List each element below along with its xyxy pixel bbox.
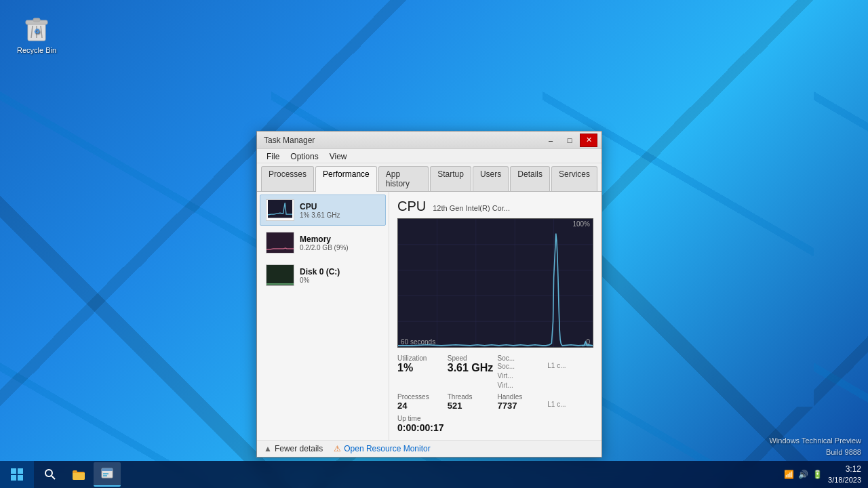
tab-startup[interactable]: Startup [430, 166, 471, 191]
memory-thumbnail [266, 232, 294, 253]
memory-subtext: 0.2/2.0 GB (9%) [300, 244, 380, 251]
close-button[interactable]: ✕ [580, 134, 597, 147]
graph-y-max: 100% [572, 220, 590, 228]
tab-services[interactable]: Services [551, 166, 597, 191]
system-clock[interactable]: 3:12 3/18/2023 [828, 464, 861, 485]
memory-info: Memory 0.2/2.0 GB (9%) [300, 235, 380, 251]
uptime-label: Up time [397, 415, 593, 422]
minimize-button[interactable]: – [542, 134, 559, 147]
tray-icons: 📶 🔊 🔋 [784, 470, 823, 479]
folder-icon [72, 468, 85, 481]
content-area: CPU 1% 3.61 GHz Memory 0.2/2.0 GB (9 [257, 192, 601, 440]
cpu-thumbnail [266, 199, 294, 221]
file-menu[interactable]: File [261, 150, 285, 163]
svg-rect-10 [267, 265, 294, 285]
desktop: ♻ Recycle Bin Windows Technical Preview … [0, 0, 868, 488]
svg-rect-11 [398, 219, 593, 347]
uptime-value: 0:00:00:17 [397, 422, 593, 433]
titlebar: Task Manager – □ ✕ [257, 131, 601, 149]
volume-icon[interactable]: 🔊 [798, 470, 808, 479]
task-manager-window: Task Manager – □ ✕ File Options View Pro… [256, 131, 602, 458]
disk-subtext: 0% [300, 277, 380, 284]
cpu-graph-svg [398, 219, 593, 347]
chevron-up-icon: ▲ [264, 444, 272, 453]
cpu-header-model: 12th Gen Intel(R) Cor... [433, 204, 510, 212]
recycle-bin-label: Recycle Bin [17, 46, 56, 54]
stats-grid: Utilization 1% Speed 3.61 GHz Soc... Soc… [397, 354, 593, 411]
svg-line-25 [52, 476, 55, 479]
monitor-icon: ⚠ [334, 444, 341, 453]
svg-rect-20 [11, 468, 16, 474]
svg-text:♻: ♻ [34, 28, 40, 35]
maximize-button[interactable]: □ [561, 134, 578, 147]
stat-utilization: Utilization 1% [397, 354, 443, 390]
tab-app-history[interactable]: App history [378, 166, 429, 191]
start-button[interactable] [0, 461, 34, 488]
stat-speed: Speed 3.61 GHz [448, 354, 494, 390]
taskbar-task-manager[interactable] [94, 462, 121, 487]
cpu-sidebar-item[interactable]: CPU 1% 3.61 GHz [260, 195, 386, 226]
disk-info: Disk 0 (C:) 0% [300, 267, 380, 284]
disk-label: Disk 0 (C:) [300, 267, 380, 277]
stat-l1c: L1 c... [547, 354, 593, 390]
network-icon[interactable]: 📶 [784, 470, 794, 479]
clock-time: 3:12 [828, 464, 861, 475]
disk-sidebar-item[interactable]: Disk 0 (C:) 0% [260, 260, 386, 291]
window-controls: – □ ✕ [542, 134, 597, 147]
open-resource-monitor-button[interactable]: ⚠ Open Resource Monitor [334, 444, 430, 453]
window-title: Task Manager [264, 136, 315, 145]
svg-rect-28 [103, 473, 108, 474]
stat-processes: Processes 24 [397, 393, 443, 411]
stat-threads: Threads 521 [448, 393, 494, 411]
tab-processes[interactable]: Processes [261, 166, 314, 191]
performance-sidebar: CPU 1% 3.61 GHz Memory 0.2/2.0 GB (9 [257, 192, 389, 440]
cpu-label: CPU [300, 202, 380, 211]
taskbar-items [34, 462, 777, 487]
view-menu[interactable]: View [324, 150, 353, 163]
recycle-bin-graphic: ♻ [24, 14, 50, 43]
tab-performance[interactable]: Performance [315, 166, 377, 192]
memory-label: Memory [300, 235, 380, 244]
windows-preview-text: Windows Technical Preview Build 9888 [769, 435, 861, 458]
recycle-bin-icon[interactable]: ♻ Recycle Bin [17, 14, 56, 54]
stat-handles: Handles 7737 [498, 393, 544, 411]
cpu-header-name: CPU [397, 199, 426, 214]
svg-rect-8 [268, 200, 292, 218]
taskbar: 📶 🔊 🔋 3:12 3/18/2023 [0, 461, 868, 488]
tabs-bar: Processes Performance App history Startu… [257, 163, 601, 192]
options-menu[interactable]: Options [285, 150, 323, 163]
svg-rect-3 [33, 18, 40, 22]
svg-rect-22 [11, 475, 16, 481]
cpu-header: CPU 12th Gen Intel(R) Cor... [397, 199, 593, 214]
taskbar-search[interactable] [37, 462, 64, 487]
svg-point-24 [45, 470, 52, 476]
stat-max: Soc... Soc... Virt... Virt... [498, 354, 544, 390]
graph-x-label: 60 seconds [401, 338, 435, 346]
performance-main-panel: CPU 12th Gen Intel(R) Cor... 100% [389, 192, 601, 440]
battery-icon[interactable]: 🔋 [812, 470, 823, 479]
svg-rect-27 [102, 468, 113, 471]
footer: ▲ Fewer details ⚠ Open Resource Monitor [257, 440, 601, 457]
svg-rect-21 [18, 468, 23, 474]
windows-logo-icon [10, 468, 24, 481]
fewer-details-button[interactable]: ▲ Fewer details [264, 444, 323, 453]
tab-users[interactable]: Users [473, 166, 509, 191]
clock-date: 3/18/2023 [828, 475, 861, 485]
disk-thumbnail [266, 264, 294, 286]
menubar: File Options View [257, 149, 601, 163]
taskbar-file-explorer[interactable] [65, 462, 92, 487]
tab-details[interactable]: Details [510, 166, 550, 191]
task-manager-icon [100, 468, 114, 480]
cpu-graph: 100% [397, 218, 593, 348]
graph-x-right: 0 [586, 338, 590, 346]
search-icon [44, 468, 56, 481]
uptime-section: Up time 0:00:00:17 [397, 415, 593, 433]
system-tray: 📶 🔊 🔋 3:12 3/18/2023 [777, 464, 868, 485]
svg-rect-29 [103, 475, 107, 476]
cpu-subtext: 1% 3.61 GHz [300, 211, 380, 219]
stat-l1c-extra: L1 c... [547, 393, 593, 411]
memory-sidebar-item[interactable]: Memory 0.2/2.0 GB (9%) [260, 227, 386, 258]
svg-rect-23 [18, 475, 23, 481]
cpu-info: CPU 1% 3.61 GHz [300, 202, 380, 219]
